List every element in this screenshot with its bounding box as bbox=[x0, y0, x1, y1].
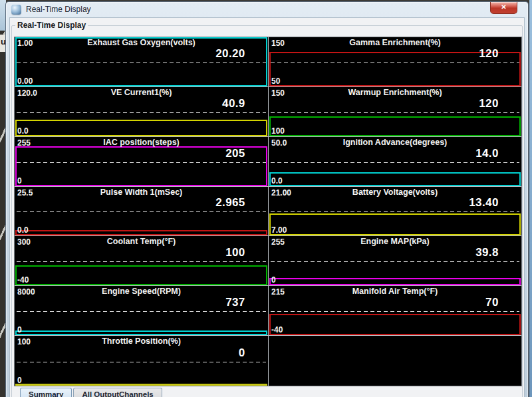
gauge-midline bbox=[17, 311, 266, 312]
gauge-title: Ignition Advance(degrees) bbox=[269, 138, 521, 147]
realtime-display-window: Real-Time Display ✕ Real-Time Display 1.… bbox=[5, 1, 529, 397]
gauge-midline bbox=[271, 63, 519, 63]
gauge-trace bbox=[269, 314, 521, 335]
gauge-title: Gamma Enrichment(%) bbox=[269, 38, 521, 47]
gauge-trace bbox=[269, 278, 521, 286]
tab-summary[interactable]: Summary bbox=[20, 388, 72, 397]
gauge-value: 205 bbox=[225, 147, 245, 160]
background-desktop-strip bbox=[529, 0, 532, 397]
tab-bar: SummaryAll OutputChannels bbox=[20, 388, 162, 397]
gauge-trace bbox=[15, 384, 267, 386]
gauge-value: 120 bbox=[479, 47, 499, 61]
gauge-min-label: 7.00 bbox=[271, 225, 287, 235]
gauge-midline bbox=[17, 63, 266, 63]
gauge-trace bbox=[269, 213, 521, 236]
gauge-value: 13.40 bbox=[469, 196, 499, 209]
gauge-exhaust-gas-oxygen: 1.00Exhaust Gas Oxygen(volts)20.200.00 bbox=[15, 37, 269, 87]
gauge-title: Engine MAP(kPa) bbox=[269, 237, 521, 246]
gauge-trace bbox=[15, 265, 267, 285]
gauge-min-label: 0 bbox=[17, 176, 22, 186]
gauge-midline bbox=[17, 162, 266, 163]
gauge-value: 120 bbox=[479, 97, 499, 110]
gauge-min-label: -40 bbox=[17, 275, 29, 285]
gauge-midline bbox=[17, 211, 266, 212]
gauge-min-label: 100 bbox=[271, 126, 285, 136]
window-title: Real-Time Display bbox=[26, 5, 91, 14]
app-icon bbox=[11, 5, 21, 15]
gauge-engine-map: 255Engine MAP(kPa)39.80 bbox=[269, 236, 521, 286]
gauge-midline bbox=[17, 112, 266, 113]
gauge-gamma-enrichment: 150Gamma Enrichment(%)12050 bbox=[269, 37, 521, 87]
gauge-title: VE Current1(%) bbox=[15, 88, 268, 97]
gauge-trace bbox=[269, 116, 521, 136]
gauge-title: Coolant Temp(°F) bbox=[15, 237, 268, 246]
group-box-label: Real-Time Display bbox=[15, 21, 88, 30]
gauge-value: 0 bbox=[239, 346, 245, 360]
gauge-min-label: 0.0 bbox=[17, 126, 29, 136]
gauge-min-label: 0 bbox=[271, 275, 276, 285]
gauge-midline bbox=[271, 162, 519, 163]
gauge-value: 39.8 bbox=[475, 246, 499, 259]
gauge-value: 70 bbox=[485, 296, 499, 309]
gauge-value: 20.20 bbox=[215, 47, 245, 61]
gauge-trace bbox=[269, 172, 521, 186]
gauge-value: 2.965 bbox=[215, 196, 245, 209]
gauge-throttle-position: 100Throttle Position(%)00 bbox=[15, 336, 269, 386]
gauge-title: Exhaust Gas Oxygen(volts) bbox=[15, 38, 268, 47]
gauge-iac-position: 255IAC position(steps)2050 bbox=[15, 137, 269, 187]
gauge-warmup-enrichment: 150Warmup Enrichment(%)120100 bbox=[269, 87, 521, 137]
gauge-trace bbox=[15, 230, 267, 236]
gauge-trace bbox=[15, 120, 267, 136]
gauge-trace bbox=[15, 331, 267, 335]
gauge-min-label: -40 bbox=[271, 325, 283, 334]
gauge-title: Manifold Air Temp(°F) bbox=[269, 287, 521, 296]
gauge-midline bbox=[17, 261, 266, 262]
gauge-midline bbox=[271, 311, 519, 312]
gauge-title: Throttle Position(%) bbox=[15, 336, 268, 346]
gauge-title: IAC position(steps) bbox=[15, 138, 268, 147]
gauge-midline bbox=[17, 362, 266, 362]
title-bar[interactable]: Real-Time Display ✕ bbox=[6, 2, 528, 17]
gauge-midline bbox=[271, 261, 519, 262]
gauge-ve-current1: 120.0VE Current1(%)40.90.0 bbox=[15, 87, 269, 137]
gauge-value: 14.0 bbox=[475, 147, 499, 160]
gauge-title: Pulse Width 1(mSec) bbox=[15, 188, 268, 197]
gauge-title: Warmup Enrichment(%) bbox=[269, 88, 521, 97]
gauge-grid: 1.00Exhaust Gas Oxygen(volts)20.200.0012… bbox=[14, 37, 522, 386]
gauge-pulse-width-1: 25.5Pulse Width 1(mSec)2.9650.0 bbox=[15, 187, 269, 237]
gauge-manifold-air-temp: 215Manifold Air Temp(°F)70-40 bbox=[269, 286, 521, 336]
gauge-min-label: 0 bbox=[17, 376, 22, 385]
gauge-min-label: 0.0 bbox=[271, 176, 283, 186]
gauge-midline bbox=[271, 112, 519, 113]
gauge-empty-cell bbox=[269, 336, 521, 386]
gauge-title: Battery Voltage(volts) bbox=[269, 188, 521, 197]
gauge-battery-voltage: 21.00Battery Voltage(volts)13.407.00 bbox=[269, 187, 521, 237]
gauge-title: Engine Speed(RPM) bbox=[15, 287, 268, 296]
gauge-min-label: 0 bbox=[17, 325, 22, 334]
gauge-engine-speed: 8000Engine Speed(RPM)7370 bbox=[15, 286, 269, 336]
gauge-midline bbox=[271, 211, 519, 212]
gauge-value: 40.9 bbox=[222, 97, 245, 110]
gauge-min-label: 0.00 bbox=[17, 76, 33, 86]
gauge-coolant-temp: 300Coolant Temp(°F)100-40 bbox=[15, 236, 269, 286]
close-button[interactable]: ✕ bbox=[490, 2, 517, 14]
gauge-value: 100 bbox=[225, 246, 245, 259]
gauge-min-label: 50 bbox=[271, 76, 280, 86]
gauge-ignition-advance: 50.0Ignition Advance(degrees)14.00.0 bbox=[269, 137, 521, 187]
gauge-min-label: 0.0 bbox=[17, 225, 29, 235]
client-area: Real-Time Display 1.00Exhaust Gas Oxygen… bbox=[9, 17, 525, 397]
gauge-value: 737 bbox=[225, 296, 245, 309]
tab-all-outputchannels[interactable]: All OutputChannels bbox=[73, 388, 162, 397]
